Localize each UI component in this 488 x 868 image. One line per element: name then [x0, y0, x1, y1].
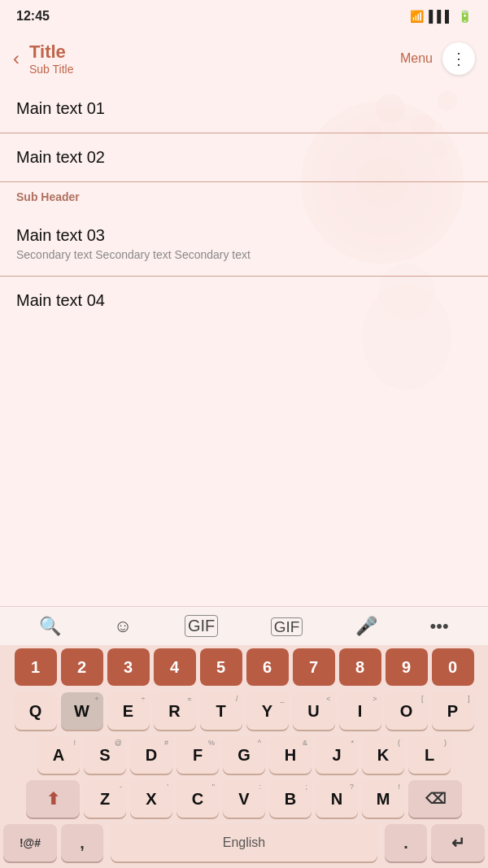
number-row: 1 2 3 4 5 6 7 8 9 0	[0, 645, 488, 689]
more-toolbar-icon[interactable]: •••	[430, 616, 449, 637]
key-5[interactable]: 5	[200, 648, 242, 686]
sub-header: Sub Header	[0, 182, 488, 212]
shift-key[interactable]: ⬆	[26, 780, 80, 818]
key-d[interactable]: # D	[130, 736, 172, 774]
key-v-sub: :	[259, 783, 261, 791]
key-b[interactable]: ; B	[269, 780, 312, 818]
enter-key[interactable]: ↵	[431, 824, 485, 861]
key-8[interactable]: 8	[339, 648, 381, 686]
gif-button[interactable]: GIF	[271, 616, 303, 637]
key-u[interactable]: < U	[293, 692, 335, 730]
key-h[interactable]: & H	[269, 736, 312, 774]
key-k[interactable]: ( K	[362, 736, 404, 774]
bottom-row: !@# , English . ↵	[0, 821, 488, 868]
list-item-2-main: Main text 02	[16, 148, 472, 167]
shift-icon: ⬆	[46, 789, 60, 809]
list-item-4-main: Main text 04	[16, 291, 472, 310]
key-e[interactable]: ÷ E	[107, 692, 150, 730]
app-bar: ‹ Title Sub Title Menu ⋮	[0, 33, 488, 85]
key-z[interactable]: - Z	[84, 780, 126, 818]
key-a[interactable]: ! A	[37, 736, 80, 774]
enter-icon: ↵	[451, 833, 465, 853]
menu-button[interactable]: Menu	[400, 51, 433, 66]
key-v[interactable]: : V	[223, 780, 265, 818]
space-label: English	[223, 835, 265, 850]
key-b-sub: ;	[305, 783, 307, 791]
key-2[interactable]: 2	[61, 648, 103, 686]
key-6[interactable]: 6	[246, 648, 289, 686]
symbols-label: !@#	[20, 836, 41, 849]
list-item-4[interactable]: Main text 04	[0, 277, 488, 325]
list-item-3[interactable]: Main text 03 Secondary text Secondary te…	[0, 212, 488, 277]
list-item-3-main: Main text 03	[16, 226, 472, 245]
emoji-icon[interactable]: ☺	[114, 616, 132, 637]
key-l[interactable]: ) L	[408, 736, 451, 774]
key-q[interactable]: Q	[15, 692, 57, 730]
comma-key[interactable]: ,	[61, 824, 103, 861]
key-x-sub: '	[167, 783, 168, 791]
key-w-sub: +	[94, 695, 98, 703]
key-s-sub: @	[115, 739, 122, 747]
key-4[interactable]: 4	[154, 648, 196, 686]
key-y-sub: _	[280, 695, 284, 703]
key-c[interactable]: " C	[176, 780, 219, 818]
signal-icon: ▌▌▌	[429, 10, 453, 23]
list-item-1[interactable]: Main text 01	[0, 85, 488, 133]
mic-icon[interactable]: 🎤	[355, 616, 377, 637]
key-j-sub: *	[351, 739, 354, 747]
list-item-3-secondary: Secondary text Secondary text Secondary …	[16, 248, 472, 261]
key-o[interactable]: [ O	[386, 692, 428, 730]
content-area: Main text 01 Main text 02 Sub Header Mai…	[0, 85, 488, 402]
list-item-2[interactable]: Main text 02	[0, 133, 488, 182]
key-r[interactable]: = R	[154, 692, 196, 730]
key-z-sub: -	[120, 783, 122, 791]
key-3[interactable]: 3	[107, 648, 150, 686]
battery-icon: 🔋	[458, 10, 472, 23]
key-i[interactable]: > I	[339, 692, 381, 730]
key-c-sub: "	[212, 783, 215, 791]
zxcv-row: ⬆ - Z ' X " C : V ; B ? N ! M	[0, 777, 488, 821]
qwerty-row: Q + W ÷ E = R / T _ Y < U > I [	[0, 689, 488, 733]
keyboard-area: 🔍 ☺ GIF GIF 🎤 ••• 1 2 3 4 5 6 7 8 9 0 Q …	[0, 606, 488, 868]
symbols-key[interactable]: !@#	[3, 824, 57, 861]
key-p[interactable]: ] P	[432, 692, 474, 730]
key-0[interactable]: 0	[432, 648, 474, 686]
key-e-sub: ÷	[142, 695, 146, 703]
key-m[interactable]: ! M	[362, 780, 404, 818]
key-m-sub: !	[398, 783, 400, 791]
key-s[interactable]: @ S	[84, 736, 126, 774]
keyboard-toolbar: 🔍 ☺ GIF GIF 🎤 •••	[0, 606, 488, 645]
more-button[interactable]: ⋮	[442, 42, 475, 75]
key-1[interactable]: 1	[15, 648, 57, 686]
key-y[interactable]: _ Y	[246, 692, 289, 730]
back-button[interactable]: ‹	[13, 47, 20, 70]
app-title: Title	[29, 41, 400, 63]
key-r-sub: =	[187, 695, 191, 703]
key-u-sub: <	[326, 695, 330, 703]
key-x[interactable]: ' X	[130, 780, 172, 818]
key-9[interactable]: 9	[386, 648, 428, 686]
key-a-sub: !	[73, 739, 76, 747]
key-t-sub: /	[236, 695, 238, 703]
search-icon[interactable]: 🔍	[39, 616, 61, 637]
backspace-key[interactable]: ⌫	[408, 780, 462, 818]
key-n[interactable]: ? N	[316, 780, 358, 818]
key-7[interactable]: 7	[293, 648, 335, 686]
key-n-sub: ?	[350, 783, 354, 791]
key-t[interactable]: / T	[200, 692, 242, 730]
key-w[interactable]: + W	[61, 692, 103, 730]
key-g[interactable]: ^ G	[223, 736, 265, 774]
period-label: .	[403, 834, 408, 853]
key-f[interactable]: % F	[176, 736, 219, 774]
backspace-icon: ⌫	[425, 790, 446, 808]
sub-header-text: Sub Header	[16, 190, 472, 203]
space-key[interactable]: English	[111, 824, 377, 861]
status-icons: 📶 ▌▌▌ 🔋	[410, 10, 472, 23]
status-bar: 12:45 📶 ▌▌▌ 🔋	[0, 0, 488, 33]
key-h-sub: &	[303, 739, 307, 747]
sticker-icon[interactable]: GIF	[185, 615, 218, 637]
key-j[interactable]: * J	[316, 736, 358, 774]
period-key[interactable]: .	[385, 824, 427, 861]
key-l-sub: )	[444, 739, 447, 747]
asdf-row: ! A @ S # D % F ^ G & H * J ( K	[0, 733, 488, 777]
